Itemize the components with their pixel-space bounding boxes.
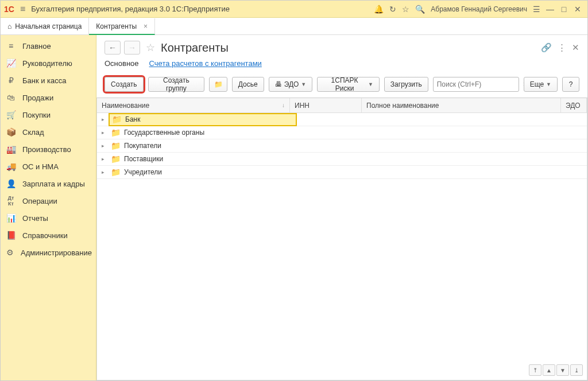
expand-icon[interactable]: ▸ <box>102 169 109 175</box>
load-button[interactable]: Загрузить <box>384 77 428 92</box>
sidebar-item-label: ОС и НМА <box>22 162 59 171</box>
tab-label: Начальная страница <box>15 22 82 30</box>
refresh-button[interactable]: 📁 <box>209 77 227 92</box>
create-group-button[interactable]: Создать группу <box>148 77 205 92</box>
table-nav-buttons: ⤒ ▲ ▼ ⤓ <box>529 364 583 376</box>
folder-icon: 📁 <box>112 115 122 124</box>
expand-icon[interactable]: ▸ <box>102 130 109 135</box>
bell-icon[interactable]: 🔔 <box>374 5 384 14</box>
person-icon: 👤 <box>6 179 16 188</box>
print-icon: 🖶 <box>275 80 282 88</box>
menu-icon[interactable]: ≡ <box>20 4 25 14</box>
help-button[interactable]: ? <box>562 77 579 92</box>
chevron-down-icon: ▼ <box>368 81 373 87</box>
table-row[interactable]: ▸ 📁Покупатели <box>97 139 587 153</box>
sidebar-item-assets[interactable]: 🚚ОС и НМА <box>1 158 96 175</box>
page-title: Контрагенты <box>161 41 229 55</box>
nav-forward-button[interactable]: → <box>124 41 140 55</box>
spark-label: 1СПАРК Риски <box>323 76 366 92</box>
minimize-button[interactable]: — <box>546 5 554 14</box>
sidebar-item-manager[interactable]: 📈Руководителю <box>1 55 96 72</box>
nav-first-button[interactable]: ⤒ <box>529 364 541 376</box>
nav-back-button[interactable]: ← <box>105 41 121 55</box>
sidebar-item-warehouse[interactable]: 📦Склад <box>1 123 96 141</box>
th-label: ЭДО <box>566 102 581 110</box>
subtab-main[interactable]: Основное <box>105 59 139 70</box>
expand-icon[interactable]: ▸ <box>102 156 109 162</box>
search-input[interactable] <box>437 80 523 88</box>
folder-icon: 📁 <box>111 154 121 164</box>
chevron-down-icon: ▼ <box>301 81 306 87</box>
th-label: Полное наименование <box>366 102 439 110</box>
table-row[interactable]: ▸ 📁Учредители <box>97 166 587 179</box>
toolbar: Создать Создать группу 📁 Досье 🖶ЭДО▼ 1СП… <box>96 75 587 98</box>
sidebar-item-references[interactable]: 📕Справочники <box>1 227 96 244</box>
row-name: Учредители <box>124 168 162 176</box>
nav-up-button[interactable]: ▲ <box>543 364 555 376</box>
expand-icon[interactable]: ▸ <box>102 116 109 122</box>
subtab-accounts[interactable]: Счета расчетов с контрагентами <box>149 59 262 70</box>
row-name: Покупатели <box>124 142 161 150</box>
spark-button[interactable]: 1СПАРК Риски▼ <box>317 77 380 92</box>
search-box[interactable]: × <box>433 77 519 92</box>
cart-icon: 🛒 <box>6 110 16 119</box>
close-page-icon[interactable]: ✕ <box>572 42 579 53</box>
close-button[interactable]: ✕ <box>574 5 582 14</box>
factory-icon: 🏭 <box>6 145 16 154</box>
link-icon[interactable]: 🔗 <box>541 42 552 53</box>
history-icon[interactable]: ↻ <box>389 5 396 14</box>
th-inn[interactable]: ИНН <box>290 98 362 112</box>
sidebar-item-label: Продажи <box>22 94 53 102</box>
expand-icon[interactable]: ▸ <box>102 143 109 149</box>
edo-button[interactable]: 🖶ЭДО▼ <box>269 77 313 92</box>
filter-icon[interactable]: ☰ <box>533 5 540 14</box>
chevron-down-icon: ▼ <box>546 81 551 87</box>
folder-icon: 📁 <box>111 141 121 150</box>
sidebar: ≡Главное 📈Руководителю ₽Банк и касса 🛍Пр… <box>1 35 96 380</box>
sidebar-item-salary[interactable]: 👤Зарплата и кадры <box>1 175 96 192</box>
sidebar-item-main[interactable]: ≡Главное <box>1 37 96 55</box>
favorite-icon[interactable]: ☆ <box>146 41 155 54</box>
sidebar-item-bank[interactable]: ₽Банк и касса <box>1 72 96 89</box>
table-row[interactable]: ▸ 📁Государственные органы <box>97 126 587 139</box>
sidebar-item-production[interactable]: 🏭Производство <box>1 141 96 158</box>
dossier-button[interactable]: Досье <box>232 77 264 92</box>
star-icon[interactable]: ☆ <box>402 5 409 14</box>
book-icon: 📕 <box>6 231 16 240</box>
sidebar-item-sales[interactable]: 🛍Продажи <box>1 89 96 106</box>
th-full[interactable]: Полное наименование <box>362 98 561 112</box>
user-name[interactable]: Абрамов Геннадий Сергеевич <box>431 5 527 13</box>
sidebar-item-reports[interactable]: 📊Отчеты <box>1 209 96 227</box>
more-button[interactable]: Еще▼ <box>524 77 558 92</box>
kebab-icon[interactable]: ⋮ <box>558 42 566 53</box>
sidebar-item-operations[interactable]: ДтКтОперации <box>1 192 96 209</box>
th-edo[interactable]: ЭДО <box>561 98 587 112</box>
nav-last-button[interactable]: ⤓ <box>570 364 583 376</box>
sidebar-item-label: Производство <box>22 145 71 154</box>
ops-icon: ДтКт <box>6 195 16 207</box>
table-header: Наименование↓ ИНН Полное наименование ЭД… <box>97 98 587 113</box>
sidebar-item-label: Покупки <box>22 111 51 119</box>
sidebar-item-label: Администрирование <box>21 248 92 257</box>
table-row[interactable]: ▸ 📁Банк <box>97 113 587 126</box>
sidebar-item-purchases[interactable]: 🛒Покупки <box>1 106 96 123</box>
sidebar-item-admin[interactable]: ⚙Администрирование <box>1 244 96 261</box>
tab-close-icon[interactable]: × <box>144 22 148 30</box>
create-button[interactable]: Создать <box>105 77 144 92</box>
sidebar-item-label: Справочники <box>22 231 68 240</box>
sidebar-item-label: Склад <box>22 128 44 137</box>
maximize-button[interactable]: □ <box>560 5 568 14</box>
box-icon: 📦 <box>6 127 16 137</box>
table-row[interactable]: ▸ 📁Поставщики <box>97 153 587 166</box>
search-icon[interactable]: 🔍 <box>415 5 425 14</box>
nav-down-button[interactable]: ▼ <box>556 364 569 376</box>
tab-contractors[interactable]: Контрагенты × <box>89 18 155 35</box>
folder-refresh-icon: 📁 <box>214 80 223 88</box>
tabs-row: ⌂ Начальная страница Контрагенты × <box>1 18 587 35</box>
sidebar-item-label: Операции <box>22 197 57 205</box>
sidebar-item-label: Отчеты <box>22 214 48 223</box>
bag-icon: 🛍 <box>6 93 16 102</box>
th-name[interactable]: Наименование↓ <box>97 98 290 112</box>
tab-home[interactable]: ⌂ Начальная страница <box>1 18 89 34</box>
table: Наименование↓ ИНН Полное наименование ЭД… <box>96 98 587 380</box>
